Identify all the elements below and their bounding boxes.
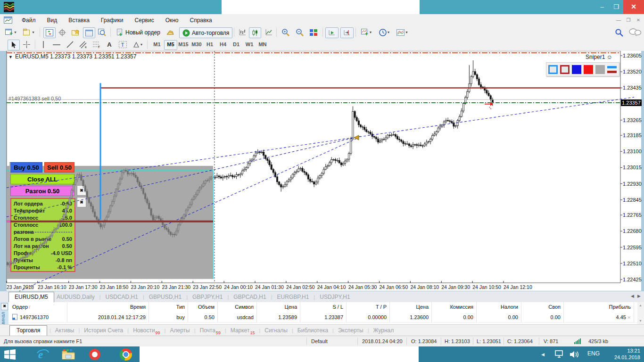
vertical-line-tool[interactable] (38, 40, 49, 49)
column-header-6[interactable]: S / L (300, 302, 347, 312)
market-watch-button[interactable] (43, 27, 56, 38)
templates-button[interactable]: ▾ (394, 27, 410, 37)
timeframe-M5[interactable]: M5 (164, 40, 177, 50)
metaeditor-button[interactable] (164, 27, 176, 37)
buy-button[interactable]: Buy 0.50 (10, 162, 42, 173)
line-chart-button[interactable] (263, 27, 274, 37)
periods-button[interactable]: ▾ (376, 27, 392, 37)
terminal-tab-5[interactable]: Почта59 (196, 327, 225, 334)
opera-icon[interactable] (88, 348, 102, 361)
network-icon[interactable] (553, 348, 567, 361)
terminal-tab-1[interactable]: Активы (51, 327, 79, 334)
volume-icon[interactable] (568, 348, 582, 361)
column-header-0[interactable]: Ордер / (9, 302, 67, 312)
terminal-table-header[interactable]: Ордер /ВремяТипОбъемСимволЦенаS / LT / P… (8, 302, 637, 313)
chat-icon[interactable] (628, 27, 642, 37)
trendline-tool[interactable] (64, 40, 75, 49)
scroll-up-icon[interactable]: ▲ (639, 304, 642, 307)
terminal-order-row[interactable]: 14973613702018.01.24 12:17:29buy0.50usdc… (8, 312, 637, 323)
internet-explorer-icon[interactable]: e (36, 348, 50, 361)
menu-item-6[interactable]: Справка (184, 14, 218, 26)
close-position-icon[interactable]: ✕ (626, 315, 631, 320)
column-header-4[interactable]: Символ (218, 302, 257, 312)
new-order-button[interactable]: + Новый ордер (113, 27, 163, 37)
cursor-tool-button[interactable] (8, 40, 20, 50)
timeframe-M15[interactable]: M15 (177, 40, 190, 49)
tray-expand-icon[interactable]: ◀ (541, 352, 545, 357)
collapse-triangle-icon[interactable]: ▼ (8, 55, 13, 59)
profiles-button[interactable]: ▾ (21, 27, 37, 37)
menu-item-4[interactable]: Сервис (129, 14, 160, 26)
candlestick-chart-button[interactable] (249, 27, 261, 38)
scroll-down-icon[interactable]: ▼ (639, 319, 642, 322)
panel-close-button-2[interactable]: ✖ (77, 197, 86, 207)
chart-shift-button[interactable] (340, 27, 354, 38)
chart-tab-6[interactable]: USDJPY,H1 (315, 294, 355, 300)
auto-scroll-button[interactable] (325, 27, 339, 38)
color-swatch-blue-outline[interactable] (548, 65, 558, 74)
timeframe-H1[interactable]: H1 (204, 40, 216, 49)
column-header-9[interactable]: Комиссия (432, 302, 477, 312)
menu-item-2[interactable]: Вставка (63, 14, 95, 26)
window-minimize-button[interactable]: – (595, 0, 609, 14)
terminal-tab-10[interactable]: Журнал (369, 327, 398, 334)
column-header-12[interactable]: Прибыль (564, 302, 634, 312)
column-header-7[interactable]: T / P (347, 302, 390, 312)
terminal-tab-8[interactable]: Библиотека (293, 327, 332, 334)
mdi-close-button[interactable]: ✕ (634, 17, 643, 24)
color-swatch-red[interactable] (584, 65, 593, 74)
search-icon[interactable] (613, 27, 625, 37)
tabs-scroll-right-icon[interactable]: ▶ (637, 294, 641, 298)
shapes-tool[interactable]: ▾ (130, 40, 145, 49)
terminal-tab-active[interactable]: Торговля (9, 325, 47, 336)
zoom-out-button[interactable] (293, 27, 305, 37)
tile-windows-button[interactable] (307, 27, 320, 37)
menu-item-3[interactable]: Графики (95, 14, 129, 26)
razgon-button[interactable]: Разгон 0.50 (10, 186, 74, 196)
timeframe-D1[interactable]: D1 (230, 40, 242, 49)
zoom-in-button[interactable] (279, 27, 291, 37)
chart-tab-5[interactable]: EURGBP,H1 (272, 294, 314, 300)
crosshair-tool-button[interactable] (21, 40, 32, 49)
column-header-5[interactable]: Цена (257, 302, 300, 312)
fibonacci-tool[interactable]: F (91, 40, 102, 49)
timeframe-M1[interactable]: M1 (151, 40, 163, 49)
timeframe-W1[interactable]: W1 (243, 40, 256, 49)
new-chart-button[interactable]: + ▾ (3, 27, 19, 37)
status-profile[interactable]: Default (311, 336, 328, 346)
column-header-8[interactable]: Цена (390, 302, 432, 312)
chart-tab-2[interactable]: GBPUSD,H1 (144, 294, 186, 300)
chart-tab-4[interactable]: GBPCAD,H1 (229, 294, 271, 300)
terminal-tab-4[interactable]: Алерты (165, 327, 194, 334)
data-window-button[interactable] (57, 27, 68, 37)
terminal-tab-3[interactable]: Новости99 (129, 327, 164, 334)
chrome-icon[interactable] (119, 348, 133, 361)
mdi-restore-button[interactable]: ❐ (624, 17, 633, 24)
window-maximize-button[interactable]: ❒ (609, 0, 623, 14)
tabs-scroll-left-icon[interactable]: ◀ (631, 294, 634, 298)
bar-chart-button[interactable] (237, 27, 248, 37)
terminal-tab-2[interactable]: История Счета (80, 327, 127, 334)
file-explorer-icon[interactable] (61, 348, 75, 361)
terminal-scrollbar[interactable]: ▲ ▼ (637, 302, 644, 325)
close-all-button[interactable]: Close ALL (10, 174, 74, 184)
channel-tool[interactable]: E (77, 40, 89, 49)
window-close-button[interactable]: ✕ (623, 0, 644, 14)
language-indicator[interactable]: ENG (587, 350, 600, 357)
column-header-3[interactable]: Объем (188, 302, 218, 312)
menu-item-1[interactable]: Вид (41, 14, 63, 26)
column-header-10[interactable]: Налоги (477, 302, 521, 312)
auto-trading-button[interactable]: Авто-торговля (179, 27, 232, 38)
color-swatch-gray[interactable] (595, 65, 605, 74)
terminal-panel-button[interactable] (83, 27, 95, 38)
start-button[interactable] (3, 348, 17, 361)
chart-tab-active[interactable]: EURUSD,M5 (8, 292, 54, 302)
strategy-tester-button[interactable] (96, 27, 107, 37)
terminal-close-button[interactable]: ✖ (1, 303, 8, 310)
column-header-2[interactable]: Тип (149, 302, 188, 312)
color-swatch-red-outline[interactable] (560, 65, 570, 74)
horizontal-line-tool[interactable] (51, 40, 62, 49)
navigator-button[interactable] (70, 27, 81, 37)
chart-tab-1[interactable]: USDCAD,H1 (101, 294, 143, 300)
column-header-11[interactable]: Своп (521, 302, 564, 312)
